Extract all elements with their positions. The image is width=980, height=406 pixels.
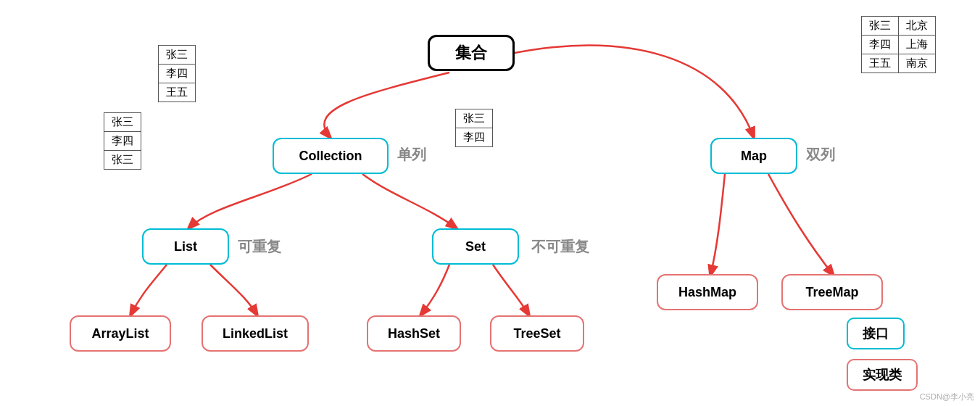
table-top: 张三 李四 王五 [158, 45, 196, 102]
label-no-repeat: 不可重复 [531, 237, 589, 257]
table-map: 张三 北京 李四 上海 王五 南京 [861, 16, 936, 73]
node-hashset: HashSet [367, 315, 461, 352]
label-double-col: 双列 [806, 145, 835, 165]
node-hashmap: HashMap [657, 274, 758, 310]
legend-interface: 接口 [847, 318, 905, 349]
node-treemap: TreeMap [781, 274, 883, 310]
node-set: Set [432, 228, 519, 265]
node-jihe: 集合 [428, 35, 515, 71]
node-list: List [142, 228, 229, 265]
node-collection: Collection [273, 138, 389, 174]
node-map: Map [710, 138, 797, 174]
node-arraylist: ArrayList [70, 315, 171, 352]
diagram-container: 集合 Collection Map List Set HashMap TreeM… [0, 0, 980, 406]
node-linkedlist: LinkedList [202, 315, 309, 352]
node-treeset: TreeSet [490, 315, 584, 352]
watermark: CSDN@李小亮 [920, 392, 974, 402]
table-small-set: 张三 李四 [455, 109, 493, 147]
legend-impl: 实现类 [847, 359, 918, 391]
label-repeatable: 可重复 [238, 237, 281, 257]
label-single-col: 单列 [397, 145, 426, 165]
table-bottom: 张三 李四 张三 [104, 112, 141, 170]
